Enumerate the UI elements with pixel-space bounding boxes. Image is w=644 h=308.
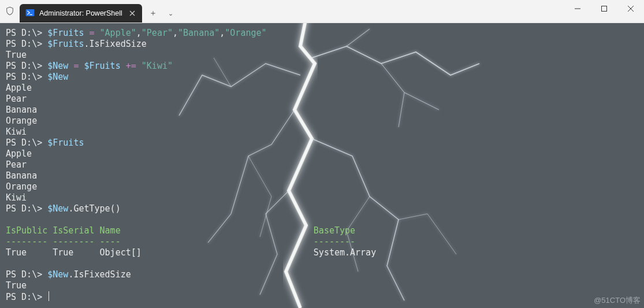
window-close-button[interactable] xyxy=(617,0,644,17)
powershell-icon xyxy=(25,8,35,19)
shield-icon xyxy=(0,0,20,23)
tab-strip: Administrator: PowerShell ＋ ⌄ xyxy=(20,0,178,23)
tab-powershell[interactable]: Administrator: PowerShell xyxy=(20,4,142,23)
new-tab-button[interactable]: ＋ xyxy=(144,5,162,22)
watermark: @51CTO博客 xyxy=(594,295,641,306)
terminal-pane[interactable]: PS D:\> $Fruits = "Apple","Pear","Banana… xyxy=(0,23,644,308)
minimize-button[interactable] xyxy=(564,0,591,17)
terminal-output: PS D:\> $Fruits = "Apple","Pear","Banana… xyxy=(0,23,644,306)
maximize-button[interactable] xyxy=(591,0,617,17)
window-controls xyxy=(564,0,644,17)
scrollbar[interactable] xyxy=(635,23,643,308)
tab-dropdown-button[interactable]: ⌄ xyxy=(164,5,178,22)
tab-close-button[interactable] xyxy=(127,8,137,18)
svg-rect-5 xyxy=(602,6,607,12)
tab-title: Administrator: PowerShell xyxy=(39,9,122,17)
titlebar: Administrator: PowerShell ＋ ⌄ xyxy=(0,0,644,23)
